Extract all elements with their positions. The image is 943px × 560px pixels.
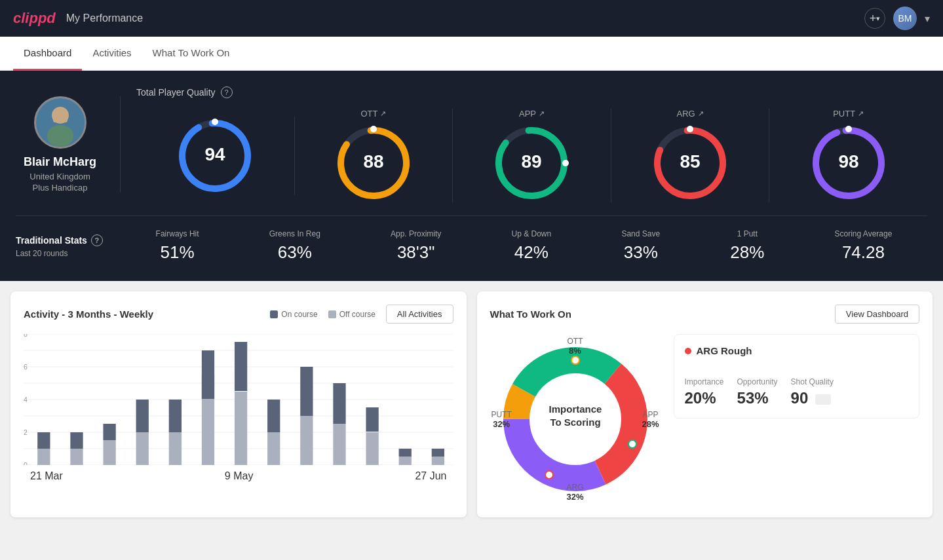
svg-rect-53: [267, 400, 280, 432]
svg-text:88: 88: [363, 151, 383, 172]
svg-rect-51: [235, 342, 247, 391]
chart-label-3: 27 Jun: [415, 470, 446, 482]
gauge-overall: 94: [136, 117, 295, 195]
svg-point-69: [628, 440, 636, 448]
arrow-icon: ↗: [380, 109, 386, 118]
app-header: clippd My Performance + ▾ BM ▾: [0, 0, 943, 37]
svg-rect-52: [267, 432, 280, 465]
svg-text:98: 98: [838, 151, 858, 172]
app-logo: clippd: [13, 10, 56, 27]
nav-tabs: Dashboard Activities What To Work On: [0, 37, 943, 71]
trad-stats-period: Last 20 rounds: [16, 249, 121, 258]
ott-label: OTT ↗: [360, 109, 386, 119]
svg-point-70: [545, 471, 553, 479]
svg-rect-62: [432, 457, 444, 465]
chart-x-labels: 21 Mar 9 May 27 Jun: [24, 470, 453, 482]
svg-rect-3: [52, 111, 67, 123]
player-name: Blair McHarg: [24, 155, 96, 169]
stat-greens: Greens In Reg 63%: [269, 229, 320, 263]
help-icon[interactable]: ?: [221, 86, 233, 98]
svg-text:Importance: Importance: [548, 403, 602, 415]
header-right: + ▾ BM ▾: [864, 7, 930, 30]
stat-proximity: App. Proximity 38'3": [391, 229, 441, 263]
svg-rect-61: [399, 449, 412, 457]
chart-label-2: 9 May: [225, 470, 254, 482]
arrow-icon: ↗: [698, 109, 704, 118]
wtwo-card-title: ARG Rough: [685, 345, 909, 367]
what-to-work-on-panel: What To Work On View Dashboard: [477, 291, 933, 517]
app-label: APP ↗: [519, 109, 545, 119]
stats-top: Blair McHarg United Kingdom Plus Handica…: [16, 86, 927, 202]
activity-chart-title: Activity - 3 Months - Weekly: [24, 308, 153, 320]
stat-sand-save: Sand Save 33%: [621, 229, 660, 263]
add-button[interactable]: + ▾: [864, 8, 885, 29]
header-left: clippd My Performance: [13, 10, 143, 27]
svg-rect-59: [366, 407, 378, 432]
wtwo-metric-card: ARG Rough Importance 20% Opportunity 53%…: [674, 334, 920, 419]
svg-point-68: [571, 356, 579, 364]
svg-rect-39: [37, 432, 50, 449]
svg-rect-41: [70, 432, 83, 449]
stat-scoring-avg: Scoring Average 74.28: [835, 229, 893, 263]
legend-off-course: Off course: [328, 310, 375, 319]
tab-activities[interactable]: Activities: [82, 37, 142, 71]
wtwo-metric-shot-quality: Shot Quality 90: [791, 377, 834, 407]
stat-1putt: 1 Putt 28%: [730, 229, 764, 263]
view-dashboard-button[interactable]: View Dashboard: [835, 305, 919, 324]
svg-rect-55: [300, 367, 313, 416]
donut-chart: Importance To Scoring: [490, 334, 661, 504]
all-activities-button[interactable]: All Activities: [386, 305, 453, 324]
chevron-down-icon: ▾: [876, 14, 880, 23]
traditional-stats: Traditional Stats ? Last 20 rounds Fairw…: [16, 215, 927, 263]
help-icon[interactable]: ?: [91, 234, 103, 246]
trad-stats-grid: Fairways Hit 51% Greens In Reg 63% App. …: [121, 229, 927, 263]
tab-what-to-work-on[interactable]: What To Work On: [142, 37, 241, 71]
svg-rect-43: [103, 424, 115, 440]
player-country: United Kingdom: [29, 172, 90, 181]
trad-stats-label: Traditional Stats ? Last 20 rounds: [16, 234, 121, 258]
svg-rect-63: [432, 449, 444, 457]
svg-point-2: [47, 125, 73, 147]
svg-text:To Scoring: To Scoring: [550, 417, 600, 428]
svg-text:4: 4: [24, 396, 28, 403]
wtwo-content: Importance To Scoring OTT 8% APP 28% ARG…: [490, 334, 920, 504]
svg-rect-57: [333, 383, 345, 424]
svg-point-22: [845, 126, 852, 132]
svg-text:85: 85: [680, 151, 701, 172]
svg-text:6: 6: [24, 363, 28, 371]
tab-dashboard[interactable]: Dashboard: [13, 37, 82, 71]
plus-icon: +: [870, 12, 877, 26]
svg-rect-47: [169, 400, 182, 432]
quality-header: Total Player Quality ?: [136, 86, 927, 98]
chart-label-1: 21 Mar: [30, 470, 63, 482]
activity-chart: 8 6 4 2 0: [24, 334, 453, 478]
svg-text:8: 8: [24, 334, 28, 338]
user-avatar-button[interactable]: BM: [893, 7, 917, 30]
wtwo-header: What To Work On View Dashboard: [490, 305, 920, 324]
svg-rect-50: [235, 392, 247, 465]
arg-label: ARG 32%: [566, 483, 583, 502]
wtwo-metric-opportunity: Opportunity 53%: [737, 377, 778, 407]
svg-point-18: [687, 126, 693, 132]
svg-rect-49: [202, 350, 214, 399]
avatar: BM: [893, 7, 917, 30]
svg-rect-40: [70, 449, 83, 465]
legend-on-course: On course: [270, 310, 317, 319]
svg-rect-58: [366, 432, 378, 465]
svg-rect-45: [136, 400, 149, 432]
putt-label: PUTT ↗: [833, 109, 864, 119]
wtwo-title: What To Work On: [490, 308, 571, 320]
svg-rect-46: [169, 432, 182, 465]
svg-rect-56: [333, 424, 345, 465]
activity-panel: Activity - 3 Months - Weekly On course O…: [10, 291, 467, 517]
svg-text:89: 89: [522, 151, 542, 172]
quality-title: Total Player Quality: [136, 87, 216, 98]
svg-text:94: 94: [205, 144, 226, 164]
svg-point-10: [370, 126, 377, 132]
arrow-icon: ↗: [858, 109, 864, 118]
stats-section: Blair McHarg United Kingdom Plus Handica…: [0, 71, 943, 281]
wtwo-metrics: Importance 20% Opportunity 53% Shot Qual…: [685, 377, 909, 407]
bottom-panels: Activity - 3 Months - Weekly On course O…: [0, 281, 943, 528]
player-handicap: Plus Handicap: [33, 183, 88, 193]
quality-gauges: 94 OTT ↗ 88: [136, 109, 927, 202]
